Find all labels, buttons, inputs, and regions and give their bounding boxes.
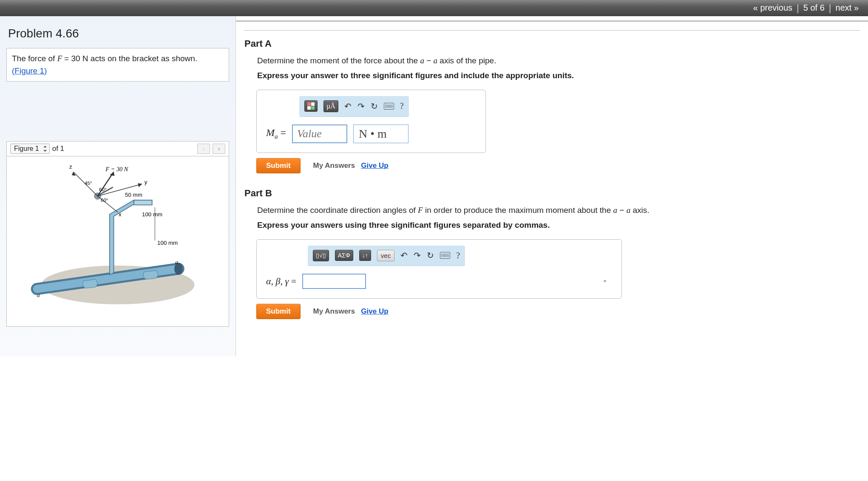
nav-sep: | bbox=[829, 3, 831, 14]
dash: − bbox=[424, 56, 434, 65]
figure-body: z y x F = 30 N 45° 60° 60° 50 mm 100 mm … bbox=[6, 156, 229, 327]
part-a-units-input[interactable]: N • m bbox=[353, 124, 408, 143]
redo-icon: ↷ bbox=[357, 101, 365, 111]
help-icon: ? bbox=[400, 101, 404, 111]
part-a-submit-row: Submit My Answers Give Up bbox=[256, 158, 860, 173]
part-a-value-input[interactable] bbox=[292, 124, 347, 143]
vec-label: vec bbox=[381, 252, 391, 259]
problem-title: Problem 4.66 bbox=[8, 27, 229, 40]
figure-link[interactable]: (Figure 1) bbox=[12, 66, 47, 75]
part-b-submit-row: Submit My Answers Give Up bbox=[256, 304, 860, 319]
part-a-answer-box: µÅ ↶ ↷ ↻ ? Ma = N • m bbox=[256, 90, 486, 153]
part-b-value-input[interactable] bbox=[302, 274, 366, 289]
prompt-text: axis of the pipe. bbox=[437, 56, 496, 65]
updown-icon: ↓↑ bbox=[362, 252, 368, 259]
part-a-title: Part A bbox=[244, 38, 860, 49]
reset-button[interactable]: ↻ bbox=[371, 101, 378, 111]
svg-marker-9 bbox=[110, 172, 114, 176]
part-b-instruction: Express your answers using three signifi… bbox=[257, 221, 550, 229]
var-a: a bbox=[627, 206, 631, 215]
greek-button[interactable]: ΑΣΦ bbox=[335, 250, 353, 261]
figure-prev-button[interactable]: ‹ bbox=[197, 144, 210, 154]
chevron-right-icon: › bbox=[218, 145, 220, 152]
problem-description: The force of F = 30 N acts on the bracke… bbox=[6, 48, 229, 82]
my-answers-text: My Answers bbox=[313, 161, 355, 170]
keyboard-icon bbox=[384, 103, 394, 110]
prompt-text: axis. bbox=[630, 206, 649, 215]
var-F: F bbox=[418, 206, 423, 215]
var-a: a bbox=[613, 206, 618, 215]
subscript-button[interactable]: ↓↑ bbox=[359, 250, 371, 261]
units-label: µÅ bbox=[326, 102, 335, 110]
var-a: a bbox=[420, 56, 424, 65]
units-button[interactable]: µÅ bbox=[323, 100, 338, 112]
template-icon bbox=[307, 102, 315, 110]
undo-button[interactable]: ↶ bbox=[344, 101, 352, 111]
axis-y-label: y bbox=[145, 179, 148, 185]
prev-link[interactable]: « previous bbox=[753, 3, 792, 13]
axis-a-left: a bbox=[37, 292, 40, 298]
give-up-link[interactable]: Give Up bbox=[361, 161, 388, 170]
undo-button[interactable]: ↶ bbox=[400, 250, 408, 260]
svg-marker-6 bbox=[138, 183, 142, 187]
page-counter: 5 of 6 bbox=[803, 3, 825, 13]
part-a-equation: Ma = N • m bbox=[257, 117, 485, 153]
dim-100b: 100 mm bbox=[157, 240, 178, 246]
keyboard-button[interactable] bbox=[384, 103, 394, 110]
degree-symbol: ∘ bbox=[603, 277, 616, 285]
eq-label: α, β, γ = bbox=[266, 276, 296, 287]
eq-label: Ma = bbox=[266, 127, 286, 140]
nav-bar: « previous | 5 of 6 | next » bbox=[0, 0, 868, 16]
figure-count: of 1 bbox=[52, 144, 64, 153]
redo-button[interactable]: ↷ bbox=[357, 101, 365, 111]
undo-icon: ↶ bbox=[400, 250, 408, 260]
next-link[interactable]: next » bbox=[836, 3, 859, 13]
angle-60b: 60° bbox=[101, 198, 108, 203]
bracket-figure: z y x F = 30 N 45° 60° 60° 50 mm 100 mm … bbox=[10, 160, 225, 321]
help-icon: ? bbox=[456, 251, 460, 260]
give-up-link[interactable]: Give Up bbox=[361, 307, 388, 315]
redo-icon: ↷ bbox=[414, 250, 421, 260]
part-a-instruction: Express your answer to three significant… bbox=[257, 71, 574, 80]
var-a: a bbox=[434, 56, 438, 65]
nav-sep: | bbox=[797, 3, 799, 14]
greek-label: ΑΣΦ bbox=[338, 252, 350, 259]
help-button[interactable]: ? bbox=[400, 101, 404, 111]
part-b-prompt: Determine the coordinate direction angle… bbox=[257, 204, 860, 232]
keyboard-icon bbox=[440, 252, 450, 259]
template-button[interactable] bbox=[304, 100, 318, 112]
divider bbox=[244, 30, 860, 31]
part-a-submit-button[interactable]: Submit bbox=[256, 158, 301, 173]
reset-icon: ↻ bbox=[427, 250, 434, 260]
figure-select[interactable]: Figure 1 bbox=[10, 144, 50, 154]
keyboard-button[interactable] bbox=[440, 252, 450, 259]
left-panel: Problem 4.66 The force of F = 30 N acts … bbox=[0, 16, 236, 356]
right-panel: Part A Determine the moment of the force… bbox=[236, 20, 868, 356]
template-button[interactable]: ▯√▯ bbox=[313, 250, 329, 261]
chevron-left-icon: ‹ bbox=[203, 145, 205, 152]
force-expression: F = 30 N bbox=[57, 54, 88, 63]
sqrt-template-icon: ▯√▯ bbox=[316, 252, 326, 259]
my-answers-text: My Answers bbox=[313, 307, 355, 315]
reset-icon: ↻ bbox=[371, 101, 378, 111]
reset-button[interactable]: ↻ bbox=[427, 250, 434, 260]
part-a-prompt: Determine the moment of the force about … bbox=[257, 54, 860, 82]
angle-45: 45° bbox=[85, 181, 92, 186]
figure-next-button[interactable]: › bbox=[213, 144, 225, 154]
part-b-submit-button[interactable]: Submit bbox=[256, 304, 301, 319]
dash: − bbox=[617, 206, 627, 215]
prompt-text: Determine the moment of the force about … bbox=[257, 56, 420, 65]
part-b-title: Part B bbox=[244, 188, 860, 199]
redo-button[interactable]: ↷ bbox=[414, 250, 421, 260]
part-b-toolbar: ▯√▯ ΑΣΦ ↓↑ vec ↶ ↷ ↻ ? bbox=[308, 246, 465, 266]
part-b-equation: α, β, γ = ∘ bbox=[257, 266, 621, 298]
prompt-text: in order to produce the maximum moment a… bbox=[423, 206, 613, 215]
help-button[interactable]: ? bbox=[456, 251, 460, 260]
part-b-answer-box: ▯√▯ ΑΣΦ ↓↑ vec ↶ ↷ ↻ ? α, β, γ = ∘ bbox=[256, 239, 622, 299]
undo-icon: ↶ bbox=[344, 101, 352, 111]
part-a-toolbar: µÅ ↶ ↷ ↻ ? bbox=[299, 96, 409, 117]
vec-button[interactable]: vec bbox=[377, 250, 394, 261]
axis-a-right: a bbox=[175, 259, 178, 265]
desc-text: The force of bbox=[12, 54, 57, 63]
axis-x-label: x bbox=[119, 211, 122, 218]
